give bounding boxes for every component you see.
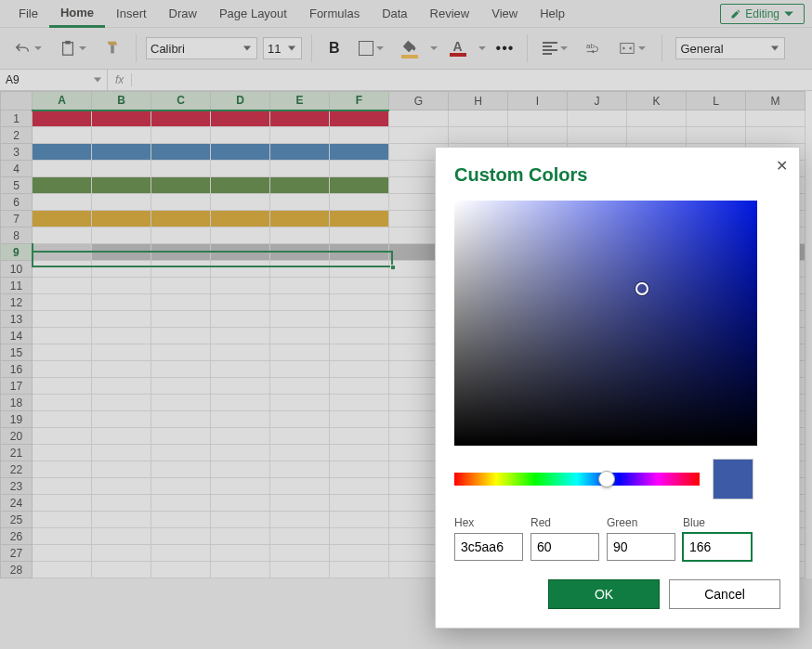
hex-label: Hex <box>454 516 523 529</box>
close-button[interactable]: ✕ <box>776 157 788 175</box>
hue-thumb[interactable] <box>598 471 615 487</box>
blue-input[interactable] <box>683 533 752 561</box>
ok-button[interactable]: OK <box>548 579 660 609</box>
green-input[interactable] <box>607 533 675 561</box>
hex-input[interactable] <box>454 533 523 561</box>
saturation-value-picker[interactable] <box>454 201 757 446</box>
sv-gradient <box>454 201 757 446</box>
dialog-title: Custom Colors <box>454 164 780 186</box>
hue-slider[interactable] <box>454 473 700 486</box>
green-label: Green <box>607 516 675 529</box>
sv-cursor[interactable] <box>635 282 648 295</box>
cancel-button[interactable]: Cancel <box>669 579 780 609</box>
red-label: Red <box>530 516 599 529</box>
color-preview-swatch <box>713 459 753 500</box>
custom-colors-dialog: ✕ Custom Colors Hex Red Green Blue OK Ca… <box>435 147 800 629</box>
blue-label: Blue <box>683 516 752 529</box>
red-input[interactable] <box>530 533 599 561</box>
